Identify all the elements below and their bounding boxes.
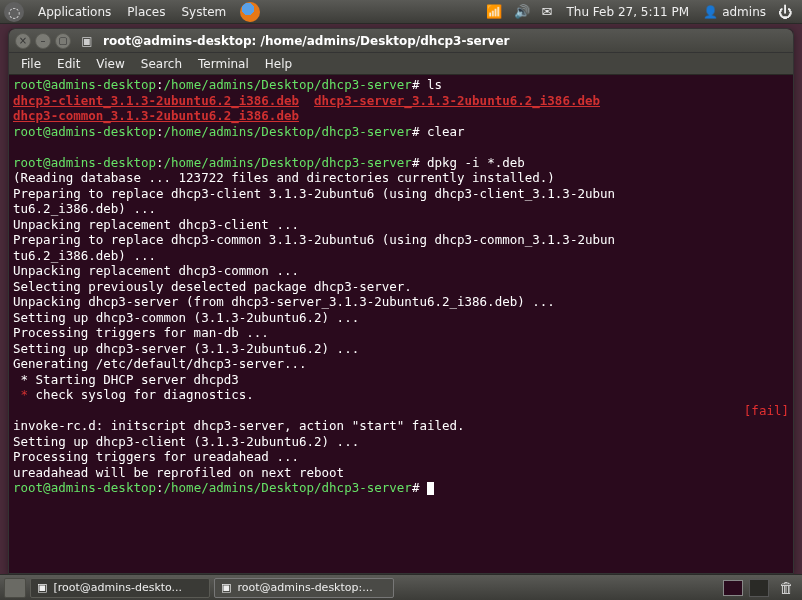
taskbar-item[interactable]: ▣ [root@admins-deskto...	[30, 578, 210, 598]
bottom-panel: ▣ [root@admins-deskto... ▣ root@admins-d…	[0, 574, 802, 600]
trash-icon[interactable]: 🗑	[775, 579, 798, 597]
show-desktop-button[interactable]	[4, 578, 26, 598]
top-panel: ◌ Applications Places System 📶 🔊 ✉ Thu F…	[0, 0, 802, 24]
maximize-button[interactable]: ▢	[55, 33, 71, 49]
menu-search[interactable]: Search	[133, 57, 190, 71]
file-listing: dhcp3-common_3.1.3-2ubuntu6.2_i386.deb	[13, 108, 299, 123]
user-menu[interactable]: 👤 admins	[697, 5, 772, 19]
window-title: root@admins-desktop: /home/admins/Deskto…	[103, 34, 510, 48]
user-label: admins	[722, 5, 766, 19]
clock[interactable]: Thu Feb 27, 5:11 PM	[558, 5, 697, 19]
menu-places[interactable]: Places	[119, 5, 173, 19]
file-listing: dhcp3-server_3.1.3-2ubuntu6.2_i386.deb	[314, 93, 600, 108]
power-icon[interactable]: ⏻	[772, 4, 798, 20]
titlebar[interactable]: × – ▢ ▣ root@admins-desktop: /home/admin…	[9, 29, 793, 53]
taskbar-item[interactable]: ▣ root@admins-desktop:...	[214, 578, 394, 598]
distro-icon[interactable]: ◌	[4, 2, 24, 22]
menu-edit[interactable]: Edit	[49, 57, 88, 71]
menu-file[interactable]: File	[13, 57, 49, 71]
terminal-icon: ▣	[79, 33, 95, 49]
status-fail: [fail]	[744, 403, 789, 418]
menu-help[interactable]: Help	[257, 57, 300, 71]
firefox-icon[interactable]	[240, 2, 260, 22]
close-button[interactable]: ×	[15, 33, 31, 49]
terminal-body[interactable]: root@admins-desktop:/home/admins/Desktop…	[9, 75, 793, 573]
menubar: File Edit View Search Terminal Help	[9, 53, 793, 75]
volume-icon[interactable]: 🔊	[508, 4, 536, 19]
menu-terminal[interactable]: Terminal	[190, 57, 257, 71]
terminal-icon: ▣	[37, 581, 47, 594]
menu-applications[interactable]: Applications	[30, 5, 119, 19]
file-listing: dhcp3-client_3.1.3-2ubuntu6.2_i386.deb	[13, 93, 299, 108]
network-icon[interactable]: 📶	[480, 4, 508, 19]
menu-system[interactable]: System	[173, 5, 234, 19]
cursor	[427, 482, 434, 495]
user-icon: 👤	[703, 5, 718, 19]
menu-view[interactable]: View	[88, 57, 132, 71]
tray-terminal-icon[interactable]	[723, 580, 743, 596]
workspace-switcher[interactable]	[749, 579, 769, 597]
minimize-button[interactable]: –	[35, 33, 51, 49]
mail-icon[interactable]: ✉	[536, 4, 559, 19]
terminal-icon: ▣	[221, 581, 231, 594]
terminal-window: × – ▢ ▣ root@admins-desktop: /home/admin…	[8, 28, 794, 574]
